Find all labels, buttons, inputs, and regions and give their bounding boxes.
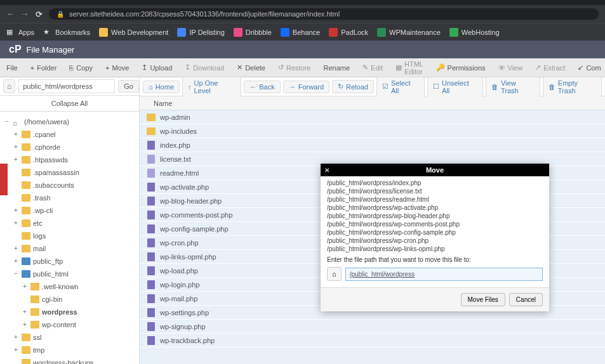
toolbar-restore[interactable]: ↺Restore bbox=[272, 63, 317, 72]
folder-icon bbox=[22, 232, 30, 240]
side-tab[interactable] bbox=[0, 164, 8, 195]
dialog-title: Move bbox=[426, 166, 444, 174]
file-item[interactable]: wp-trackback.php bbox=[140, 334, 605, 348]
expand-icon[interactable]: + bbox=[13, 205, 19, 216]
bookmark-item[interactable]: WebHosting bbox=[449, 28, 500, 37]
tree-item[interactable]: −⌂(/home/uwera) bbox=[0, 115, 139, 128]
tree-item[interactable]: .trash bbox=[0, 192, 139, 204]
toolbar-rename[interactable]: Rename bbox=[317, 64, 357, 72]
toolbar-folder[interactable]: +Folder bbox=[24, 64, 63, 72]
tree-item[interactable]: +.well-known bbox=[0, 280, 139, 293]
home-button[interactable]: ⌂ bbox=[327, 267, 342, 281]
folder-icon bbox=[22, 181, 30, 189]
go-button[interactable]: Go bbox=[118, 80, 139, 93]
action-select-all[interactable]: ☑Select All bbox=[376, 77, 425, 97]
expand-icon[interactable]: + bbox=[13, 256, 19, 266]
toolbar-upload[interactable]: ↥Upload bbox=[135, 63, 178, 72]
file-item[interactable]: wp-signup.php bbox=[140, 320, 605, 334]
tree-item[interactable]: +public_ftp bbox=[0, 255, 139, 268]
bookmark-item[interactable]: WPMaintenance bbox=[377, 28, 441, 37]
action-reload[interactable]: ↻Reload bbox=[332, 80, 374, 93]
bookmark-item[interactable]: PadLock bbox=[329, 28, 368, 37]
folder-icon bbox=[22, 270, 30, 278]
url-input[interactable]: 🔒 server.sitetheidea.com:2083/cpsess5704… bbox=[49, 8, 599, 20]
bookmark-item[interactable]: IP Delisting bbox=[177, 28, 224, 37]
toolbar-view[interactable]: 👁View bbox=[492, 64, 529, 72]
path-input[interactable] bbox=[18, 79, 115, 93]
action-empty-trash[interactable]: 🗑Empty Trash bbox=[543, 77, 602, 97]
action-view-trash[interactable]: 🗑View Trash bbox=[486, 77, 540, 97]
bookmark-item[interactable]: ★Bookmarks bbox=[43, 28, 90, 37]
tree-item[interactable]: +etc bbox=[0, 217, 139, 230]
expand-icon[interactable]: + bbox=[13, 155, 19, 165]
list-header[interactable]: Name bbox=[140, 96, 605, 110]
tree-item[interactable]: +wordpress bbox=[0, 306, 139, 318]
com-icon: ↙ bbox=[578, 63, 583, 72]
tree-item[interactable]: +mail bbox=[0, 242, 139, 255]
tree-item[interactable]: +.cphorde bbox=[0, 141, 139, 153]
bookmark-icon bbox=[99, 28, 108, 37]
tree-item[interactable]: .subaccounts bbox=[0, 179, 139, 192]
tree-item[interactable]: .spamassassin bbox=[0, 166, 139, 179]
move-dialog: ✕ Move /public_html/wordpress/index.php/… bbox=[321, 164, 549, 311]
reload-icon[interactable]: ⟳ bbox=[36, 10, 43, 19]
bookmark-item[interactable]: ▦Apps bbox=[6, 28, 34, 37]
toolbar-download[interactable]: ↧Download bbox=[178, 63, 230, 72]
bookmark-item[interactable]: Dribbble bbox=[234, 28, 272, 37]
expand-icon[interactable]: + bbox=[13, 129, 19, 140]
folder-icon bbox=[22, 334, 30, 341]
expand-icon[interactable]: + bbox=[13, 332, 19, 342]
expand-icon[interactable]: + bbox=[13, 244, 19, 254]
close-icon[interactable]: ✕ bbox=[324, 167, 329, 174]
action-up-one-level[interactable]: ↑Up One Level bbox=[182, 77, 241, 97]
expand-icon[interactable]: + bbox=[13, 218, 19, 228]
tree-item[interactable]: +ssl bbox=[0, 331, 139, 344]
cancel-button[interactable]: Cancel bbox=[509, 293, 543, 306]
toolbar-permissions[interactable]: 🔑Permissions bbox=[430, 63, 492, 72]
expand-icon[interactable]: + bbox=[22, 320, 28, 330]
file-item[interactable]: wp-includes bbox=[140, 124, 605, 138]
toolbar-delete[interactable]: ✕Delete bbox=[230, 63, 272, 72]
tree-item[interactable]: logs bbox=[0, 230, 139, 242]
tree-label: public_html bbox=[33, 269, 69, 279]
file-name: wp-comments-post.php bbox=[160, 211, 232, 219]
tree-item[interactable]: +.htpasswds bbox=[0, 153, 139, 166]
tree-item[interactable]: +.cpanel bbox=[0, 128, 139, 141]
destination-input[interactable] bbox=[345, 268, 543, 281]
tree-item[interactable]: +tmp bbox=[0, 344, 139, 356]
toolbar-edit[interactable]: ✎Edit bbox=[356, 63, 389, 72]
expand-icon[interactable]: + bbox=[13, 142, 19, 152]
expand-icon[interactable]: − bbox=[13, 269, 19, 279]
home-icon[interactable]: ⌂ bbox=[3, 79, 15, 93]
bookmark-item[interactable]: Behance bbox=[281, 28, 320, 37]
bookmark-item[interactable]: Web Development bbox=[99, 28, 168, 37]
tree-item[interactable]: wordpress-backups bbox=[0, 356, 139, 364]
action-back[interactable]: ←Back bbox=[244, 81, 280, 93]
toolbar-extract[interactable]: ↗Extract bbox=[529, 63, 571, 72]
tree-item[interactable]: +.wp-cli bbox=[0, 204, 139, 217]
action-forward[interactable]: →Forward bbox=[283, 81, 329, 93]
collapse-all-button[interactable]: Collapse All bbox=[0, 96, 139, 112]
toolbar-copy[interactable]: ⎘Copy bbox=[63, 64, 99, 72]
toolbar-html-editor[interactable]: ▦HTML Editor bbox=[389, 60, 430, 75]
file-item[interactable]: wp-admin bbox=[140, 110, 605, 124]
view-trash-icon: 🗑 bbox=[491, 83, 498, 91]
expand-icon[interactable]: − bbox=[4, 117, 10, 127]
action-unselect-all[interactable]: ☐Unselect All bbox=[427, 77, 483, 97]
expand-icon[interactable]: + bbox=[22, 282, 28, 292]
back-icon[interactable]: ← bbox=[6, 9, 15, 19]
tree-item[interactable]: −public_html bbox=[0, 268, 139, 280]
forward-icon[interactable]: → bbox=[20, 9, 29, 19]
expand-icon[interactable]: + bbox=[22, 307, 28, 317]
toolbar-move[interactable]: +Move bbox=[99, 64, 135, 72]
move-files-button[interactable]: Move Files bbox=[461, 293, 505, 306]
action-home[interactable]: ⌂Home bbox=[143, 81, 180, 93]
tree-item[interactable]: +wp-content bbox=[0, 318, 139, 331]
expand-icon[interactable]: + bbox=[13, 345, 19, 355]
toolbar-file[interactable]: File bbox=[0, 64, 24, 72]
app-title: File Manager bbox=[27, 45, 75, 55]
move-icon: + bbox=[105, 64, 109, 72]
tree-item[interactable]: cgi-bin bbox=[0, 293, 139, 306]
toolbar-com[interactable]: ↙Com bbox=[571, 63, 605, 72]
file-item[interactable]: index.php bbox=[140, 138, 605, 152]
